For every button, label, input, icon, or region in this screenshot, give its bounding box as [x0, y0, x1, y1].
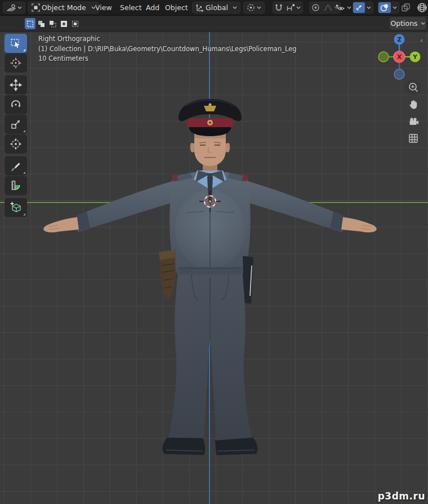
gizmo-axis-y-positive[interactable]: Y	[410, 52, 421, 62]
chevron-down-icon	[421, 22, 425, 25]
select-mode-subtract-button[interactable]	[47, 18, 58, 29]
measure-ruler-icon	[10, 179, 22, 192]
toolbar	[5, 34, 27, 220]
blender-window: Object Mode View Select Add Object Globa…	[0, 0, 428, 504]
select-set-icon	[26, 20, 34, 28]
orientation-axes-icon	[195, 3, 204, 12]
cursor-tool-icon	[10, 57, 22, 69]
overlays-dropdown[interactable]	[391, 2, 399, 13]
hand-icon	[407, 98, 420, 111]
magnifier-plus-icon	[407, 81, 420, 94]
select-extend-icon	[38, 20, 45, 28]
sidebar-collapse-arrow[interactable]: ‹	[420, 36, 423, 44]
magnet-icon	[275, 3, 283, 12]
overlays-spheres-icon	[380, 3, 389, 12]
select-invert-icon	[60, 20, 68, 28]
subtool-indicator	[23, 49, 25, 51]
snap-target-dropdown[interactable]	[284, 2, 302, 13]
tool-cursor[interactable]	[5, 53, 27, 73]
select-subtract-icon	[49, 20, 56, 28]
tool-add-cube[interactable]	[5, 198, 27, 217]
camera-view-button[interactable]	[405, 114, 422, 129]
gizmo-x-label: X	[397, 53, 402, 60]
axis-navigation-gizmo[interactable]: Z X Y	[376, 32, 423, 81]
tool-scale[interactable]	[5, 115, 27, 134]
select-mode-intersect-button[interactable]	[70, 18, 81, 29]
chevron-down-icon	[296, 6, 301, 9]
toggle-grid-button[interactable]	[405, 130, 422, 146]
chevron-down-icon	[347, 6, 351, 9]
gizmos-dropdown[interactable]	[365, 2, 373, 13]
proportional-circle-icon	[311, 3, 320, 12]
gizmo-arrow-icon	[355, 3, 363, 12]
transform-icon	[10, 138, 22, 150]
chevron-down-icon	[233, 6, 237, 9]
add-cube-icon	[10, 201, 22, 214]
select-intersect-icon	[72, 20, 79, 28]
menu-object-label: Object	[165, 3, 188, 12]
overlays-toggle[interactable]	[378, 2, 391, 13]
editor-type-3d-viewport-icon	[7, 4, 16, 12]
menu-view[interactable]: View	[90, 2, 117, 14]
collection-path-label: (1) Collection | D:\RIP\Buka\Geometry\Co…	[38, 44, 297, 55]
transform-orientation-dropdown[interactable]: Global	[192, 2, 240, 14]
pivot-point-dropdown[interactable]	[243, 2, 265, 14]
select-mode-set-button[interactable]	[25, 18, 35, 29]
options-dropdown[interactable]: Options	[390, 17, 426, 29]
policeman-model[interactable]	[0, 32, 428, 504]
gizmo-axis-z-negative[interactable]	[394, 69, 404, 79]
scale-icon	[10, 118, 22, 130]
subtool-indicator	[23, 213, 25, 215]
transform-orientation-label: Global	[206, 3, 228, 12]
visibility-dropdown[interactable]	[332, 2, 355, 14]
mode-selector-label: Object Mode	[42, 3, 86, 12]
shading-mode-button[interactable]	[417, 2, 427, 13]
zoom-button[interactable]	[405, 80, 422, 96]
grid-icon	[407, 132, 420, 145]
chevron-down-icon	[17, 6, 22, 9]
tool-settings-bar: Options	[0, 16, 428, 32]
3d-viewport[interactable]: Right Orthographic (1) Collection | D:\R…	[0, 32, 428, 504]
tool-annotate[interactable]	[5, 156, 27, 176]
snap-group	[273, 2, 303, 14]
gizmo-axis-x-positive[interactable]: X	[394, 51, 405, 62]
xray-squares-icon	[401, 3, 411, 12]
falloff-curve-icon	[323, 3, 333, 12]
tool-measure[interactable]	[5, 176, 27, 195]
menu-select-label: Select	[120, 3, 142, 12]
tool-rotate[interactable]	[5, 95, 27, 114]
editor-type-selector[interactable]	[3, 2, 25, 14]
pan-button[interactable]	[405, 97, 422, 112]
subtool-indicator	[23, 130, 25, 132]
select-mode-extend-button[interactable]	[36, 18, 47, 29]
gizmo-axis-y-negative[interactable]	[378, 52, 389, 62]
gizmo-y-label: Y	[412, 53, 417, 60]
header-bar: Object Mode View Select Add Object Globa…	[0, 0, 428, 16]
chevron-down-icon	[367, 6, 371, 9]
gizmos-group	[353, 2, 373, 14]
xray-toggle[interactable]	[401, 3, 411, 12]
annotate-pencil-icon	[10, 160, 22, 172]
rotate-icon	[10, 98, 22, 111]
snap-toggle-button[interactable]	[273, 2, 284, 13]
chevron-down-icon	[393, 6, 397, 9]
proportional-editing-toggle[interactable]	[310, 2, 322, 13]
gizmo-axis-z-positive[interactable]: Z	[394, 34, 405, 45]
mode-selector-dropdown[interactable]: Object Mode	[28, 2, 99, 14]
overlays-group	[378, 2, 399, 14]
object-mode-icon	[32, 3, 40, 12]
menu-object[interactable]: Object	[160, 2, 193, 14]
view-name-label: Right Orthographic	[38, 34, 297, 44]
select-mode-invert-button[interactable]	[59, 18, 69, 29]
options-label: Options	[390, 19, 417, 28]
menu-add-label: Add	[146, 3, 159, 12]
move-icon	[10, 79, 22, 91]
chevron-down-icon	[257, 6, 261, 9]
gizmos-toggle[interactable]	[353, 2, 365, 13]
tool-select-box[interactable]	[5, 34, 27, 53]
viewport-nav-buttons	[405, 80, 422, 146]
tool-move[interactable]	[5, 75, 27, 94]
viewport-overlay-text: Right Orthographic (1) Collection | D:\R…	[38, 34, 297, 64]
tool-transform[interactable]	[5, 134, 27, 154]
wireframe-globe-icon	[417, 2, 427, 13]
